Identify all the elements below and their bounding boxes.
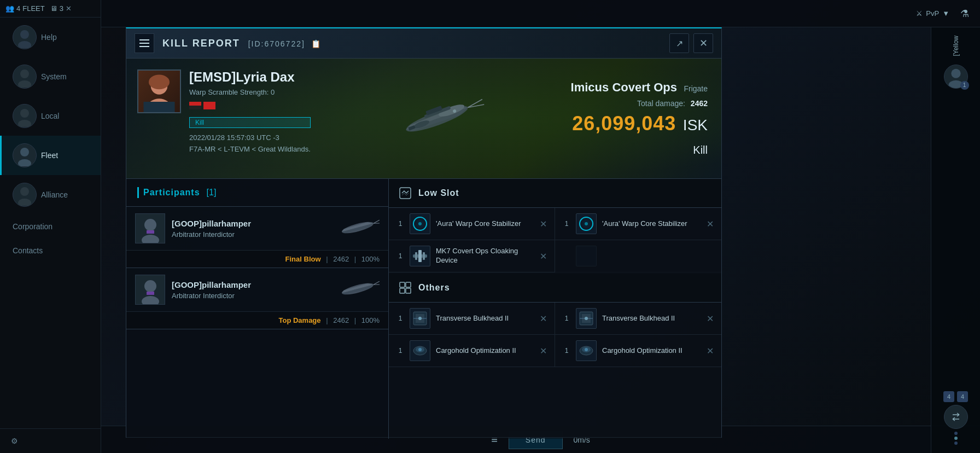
participants-title: Participants bbox=[143, 188, 200, 198]
svg-point-58 bbox=[585, 222, 588, 225]
stat-separator-2: | bbox=[354, 255, 356, 263]
hero-section: [EMSD]Lyria Dax Warp Scramble Strength: … bbox=[126, 59, 721, 179]
participant-stats-1: Final Blow | 2462 | 100% bbox=[126, 251, 388, 268]
badge-count-1: 1 bbox=[963, 82, 966, 88]
modal-close-button[interactable]: ✕ bbox=[693, 33, 713, 53]
others-header: Others bbox=[389, 274, 721, 303]
badge-count-4b: 4 bbox=[961, 393, 964, 400]
kill-report-modal: KILL REPORT [ID:6706722] 📋 ↗ ✕ bbox=[126, 27, 722, 438]
participant-damage-2: 2462 bbox=[333, 316, 349, 324]
avatar bbox=[13, 143, 37, 167]
badge-row: 4 4 bbox=[943, 391, 968, 402]
pilot-timestamp: 2022/01/28 15:57:03 UTC -3 bbox=[189, 133, 311, 142]
svg-point-1 bbox=[20, 30, 29, 39]
others-remove-1[interactable]: ✕ bbox=[540, 313, 547, 324]
item-remove-3[interactable]: ✕ bbox=[540, 251, 547, 262]
copy-icon[interactable]: 📋 bbox=[311, 39, 322, 48]
others-item-2: 1 Transverse Bulkhead II ✕ bbox=[555, 303, 721, 335]
participant-info-1: [GOOP]pillarhamper Arbitrator Interdicto… bbox=[172, 219, 329, 239]
kill-badge-text: Kill bbox=[195, 119, 204, 126]
equipment-panel: Low Slot 1 'Aura' Warp Core Stabilizer bbox=[389, 179, 721, 439]
item-icon-1 bbox=[410, 213, 430, 234]
filter-icon[interactable]: ⚗ bbox=[960, 8, 969, 20]
scroll-dot-2 bbox=[954, 437, 958, 440]
right-avatar-1: 1 bbox=[944, 65, 968, 89]
title-text: KILL REPORT bbox=[162, 38, 240, 49]
close-icon[interactable]: ✕ bbox=[66, 4, 72, 13]
low-slot-header: Low Slot bbox=[389, 179, 721, 208]
window-count-item: 🖥 3 ✕ bbox=[50, 4, 72, 13]
sidebar-item-alliance[interactable]: Alliance bbox=[0, 175, 101, 214]
sidebar-label-local: Local bbox=[41, 112, 59, 120]
scroll-dots bbox=[954, 432, 958, 445]
item-remove-2[interactable]: ✕ bbox=[707, 219, 714, 229]
svg-point-77 bbox=[585, 317, 588, 320]
participant-avatar-2 bbox=[135, 275, 165, 305]
participant-row-1[interactable]: [GOOP]pillarhamper Arbitrator Interdicto… bbox=[126, 207, 388, 251]
sidebar-item-help[interactable]: Help bbox=[0, 18, 101, 57]
sidebar-item-contacts[interactable]: Contacts bbox=[0, 239, 101, 263]
others-remove-2[interactable]: ✕ bbox=[707, 313, 714, 324]
avatar bbox=[13, 104, 37, 128]
svg-point-72 bbox=[418, 317, 422, 320]
pilot-avatar bbox=[137, 69, 181, 113]
people-icon: 👥 bbox=[5, 4, 14, 13]
participant-row-2[interactable]: [GOOP]pillarhamper Arbitrator Interdicto… bbox=[126, 268, 388, 312]
menu-button[interactable] bbox=[135, 33, 154, 53]
sidebar-item-system[interactable]: System bbox=[0, 57, 101, 96]
others-item-3: 1 Cargohold Optimization II ✕ bbox=[389, 335, 555, 367]
sidebar-item-local[interactable]: Local bbox=[0, 96, 101, 136]
others-remove-4[interactable]: ✕ bbox=[707, 346, 714, 356]
participant-ship-1: Arbitrator Interdictor bbox=[172, 230, 329, 239]
avatar bbox=[13, 25, 37, 49]
svg-line-40 bbox=[374, 222, 380, 225]
participant-percent-2: 100% bbox=[361, 316, 380, 324]
svg-rect-35 bbox=[147, 230, 154, 234]
exchange-button[interactable] bbox=[944, 405, 968, 429]
low-slot-item-2: 1 'Aura' Warp Core Stabilizer ✕ bbox=[555, 208, 721, 240]
sidebar-label-alliance: Alliance bbox=[41, 190, 68, 199]
item-remove-1[interactable]: ✕ bbox=[540, 219, 547, 229]
sidebar-item-corporation[interactable]: Corporation bbox=[0, 214, 101, 239]
svg-point-13 bbox=[20, 187, 29, 196]
others-items: 1 Transverse Bulkhead II ✕ bbox=[389, 303, 721, 367]
participant-name-2: [GOOP]pillarhamper bbox=[172, 280, 329, 289]
svg-line-49 bbox=[374, 283, 380, 286]
modal-body: Participants [1] [GOOP]pillarh bbox=[126, 179, 721, 439]
swords-icon: ⚔ bbox=[916, 9, 923, 18]
item-icon-3 bbox=[410, 246, 430, 266]
avatar bbox=[13, 65, 37, 89]
export-icon: ↗ bbox=[676, 38, 683, 49]
pilot-name: [EMSD]Lyria Dax bbox=[189, 69, 311, 85]
hamburger-line bbox=[139, 46, 149, 47]
pvp-dropdown-icon[interactable]: ▼ bbox=[942, 9, 949, 18]
svg-rect-61 bbox=[415, 252, 417, 260]
export-button[interactable]: ↗ bbox=[669, 33, 689, 53]
modal-header-buttons: ↗ ✕ bbox=[669, 33, 713, 53]
window-count: 3 bbox=[60, 4, 63, 13]
fleet-count: 4 bbox=[16, 4, 20, 13]
svg-rect-62 bbox=[423, 252, 425, 260]
others-remove-3[interactable]: ✕ bbox=[540, 346, 547, 356]
svg-point-54 bbox=[418, 222, 422, 225]
stat-separator: | bbox=[326, 255, 328, 263]
participant-percent-1: 100% bbox=[361, 255, 380, 263]
others-icon-1 bbox=[410, 308, 430, 329]
item-qty-2: 1 bbox=[563, 220, 570, 228]
svg-rect-20 bbox=[144, 102, 175, 112]
pvp-section: ⚔ PvP ▼ bbox=[916, 9, 949, 18]
participant-stats-2: Top Damage | 2462 | 100% bbox=[126, 312, 388, 329]
svg-point-33 bbox=[144, 219, 156, 231]
others-qty-3: 1 bbox=[396, 347, 404, 355]
others-icon-4 bbox=[576, 340, 597, 361]
sidebar-settings[interactable]: ⚙ bbox=[0, 428, 101, 453]
sidebar-label-help: Help bbox=[41, 33, 57, 42]
sidebar-item-fleet[interactable]: Fleet bbox=[0, 136, 101, 175]
item-name-1: 'Aura' Warp Core Stabilizer bbox=[436, 219, 534, 229]
participant-card-2: [GOOP]pillarhamper Arbitrator Interdicto… bbox=[126, 268, 388, 329]
scroll-dot-1 bbox=[954, 432, 958, 435]
participants-panel: Participants [1] [GOOP]pillarh bbox=[126, 179, 389, 439]
item-qty-1: 1 bbox=[396, 220, 404, 228]
participant-ship-img-2 bbox=[336, 275, 380, 305]
item-qty-3: 1 bbox=[396, 252, 404, 260]
